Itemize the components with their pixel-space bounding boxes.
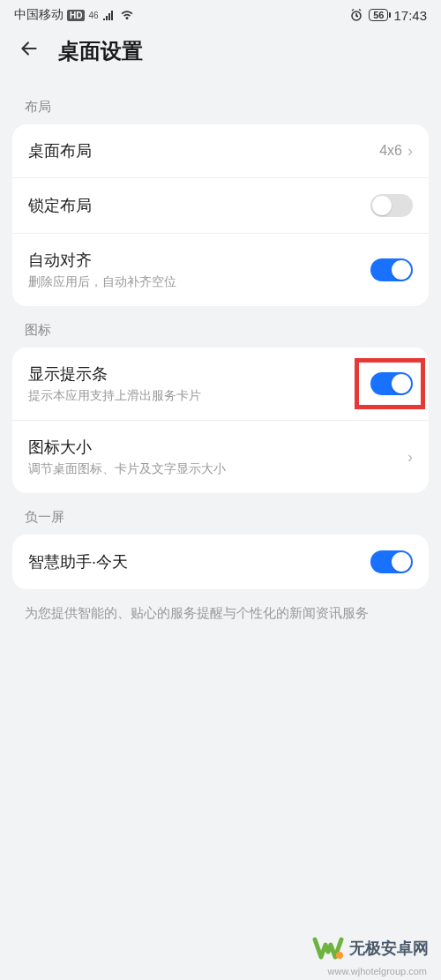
page-header: 桌面设置 <box>0 26 441 83</box>
back-arrow-icon[interactable] <box>18 37 41 65</box>
auto-align-row[interactable]: 自动对齐 删除应用后，自动补齐空位 <box>12 234 429 306</box>
network-badge: 46 <box>88 11 98 20</box>
site-watermark: 无极安卓网 <box>312 932 429 964</box>
desktop-layout-title: 桌面布局 <box>28 140 379 161</box>
alarm-icon <box>349 8 363 22</box>
battery-indicator: 56 <box>369 9 388 21</box>
show-hint-bar-row[interactable]: 显示提示条 提示本应用支持上滑出服务卡片 <box>12 348 429 421</box>
auto-align-title: 自动对齐 <box>28 250 370 271</box>
section-label-icons: 图标 <box>0 306 441 348</box>
smart-assistant-title: 智慧助手·今天 <box>28 551 370 572</box>
icon-size-title: 图标大小 <box>28 437 407 458</box>
lock-layout-row[interactable]: 锁定布局 <box>12 178 429 234</box>
clock-label: 17:43 <box>393 8 427 23</box>
show-hint-bar-title: 显示提示条 <box>28 363 370 385</box>
icon-size-row[interactable]: 图标大小 调节桌面图标、卡片及文字显示大小 › <box>12 421 429 493</box>
status-bar: 中国移动 HD 46 56 17:43 <box>0 0 441 26</box>
icons-card: 显示提示条 提示本应用支持上滑出服务卡片 图标大小 调节桌面图标、卡片及文字显示… <box>12 348 429 493</box>
desktop-layout-value: 4x6 <box>379 143 402 159</box>
auto-align-subtitle: 删除应用后，自动补齐空位 <box>28 274 370 290</box>
lock-layout-toggle[interactable] <box>370 194 413 217</box>
lock-layout-title: 锁定布局 <box>28 195 370 216</box>
status-left: 中国移动 HD 46 <box>14 7 134 23</box>
section-label-layout: 布局 <box>0 83 441 124</box>
smart-assistant-row[interactable]: 智慧助手·今天 <box>12 535 429 589</box>
auto-align-toggle[interactable] <box>370 258 413 281</box>
show-hint-bar-toggle[interactable] <box>370 372 413 395</box>
watermark-logo-icon <box>312 932 344 964</box>
section-label-minus-one: 负一屏 <box>0 493 441 535</box>
signal-icon <box>102 8 116 22</box>
show-hint-bar-subtitle: 提示本应用支持上滑出服务卡片 <box>28 388 370 404</box>
icon-size-subtitle: 调节桌面图标、卡片及文字显示大小 <box>28 461 407 477</box>
watermark-url: www.wjhotelgroup.com <box>328 966 428 976</box>
watermark-text: 无极安卓网 <box>349 938 429 959</box>
minus-one-footer-text: 为您提供智能的、贴心的服务提醒与个性化的新闻资讯服务 <box>0 589 441 638</box>
desktop-layout-row[interactable]: 桌面布局 4x6 › <box>12 124 429 178</box>
wifi-icon <box>120 8 134 22</box>
minus-one-card: 智慧助手·今天 <box>12 535 429 589</box>
hd-badge: HD <box>67 10 85 21</box>
svg-point-1 <box>336 952 343 959</box>
smart-assistant-toggle[interactable] <box>370 550 413 573</box>
layout-card: 桌面布局 4x6 › 锁定布局 自动对齐 删除应用后，自动补齐空位 <box>12 124 429 306</box>
page-title: 桌面设置 <box>58 37 143 65</box>
chevron-right-icon: › <box>407 448 413 467</box>
carrier-label: 中国移动 <box>14 7 64 23</box>
status-right: 56 17:43 <box>349 8 427 23</box>
chevron-right-icon: › <box>407 142 413 161</box>
